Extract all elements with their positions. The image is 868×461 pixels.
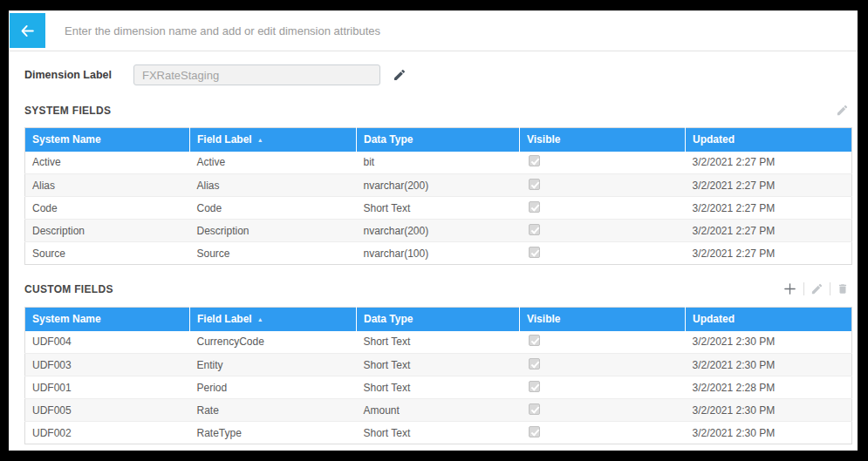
back-button[interactable] — [10, 13, 45, 48]
checked-checkbox-disabled — [529, 358, 540, 369]
column-header-updated[interactable]: Updated — [686, 308, 852, 331]
custom-fields-table: System Name Field Label▲ Data Type Visib… — [24, 307, 852, 444]
checked-checkbox-disabled — [529, 179, 540, 190]
cell-field-label: Description — [190, 220, 357, 242]
cell-system-name: Active — [25, 152, 190, 174]
cell-visible — [520, 354, 686, 376]
column-header-system-name[interactable]: System Name — [25, 128, 190, 152]
plus-icon — [783, 281, 797, 296]
edit-system-field-button[interactable] — [836, 104, 849, 117]
delete-custom-field-button[interactable] — [837, 282, 849, 295]
cell-system-name: UDF005 — [25, 399, 190, 422]
checked-checkbox-disabled — [529, 155, 540, 166]
custom-fields-header: CUSTOM FIELDS — [24, 281, 852, 296]
cell-data-type: nvarchar(100) — [357, 242, 520, 265]
cell-updated: 3/2/2021 2:28 PM — [686, 376, 852, 399]
checked-checkbox-disabled — [529, 381, 540, 392]
edit-dimension-label-button[interactable] — [393, 68, 407, 82]
cell-visible — [520, 422, 686, 444]
sort-ascending-icon: ▲ — [257, 137, 263, 143]
toolbar-divider — [803, 282, 804, 295]
cell-data-type: nvarchar(200) — [357, 220, 520, 242]
cell-field-label: RateType — [190, 422, 357, 444]
add-custom-field-button[interactable] — [783, 281, 797, 296]
cell-updated: 3/2/2021 2:30 PM — [686, 331, 852, 354]
arrow-left-icon — [19, 23, 36, 39]
cell-field-label: Code — [190, 197, 357, 220]
cell-data-type: Short Text — [357, 422, 520, 444]
cell-updated: 3/2/2021 2:30 PM — [686, 422, 852, 444]
cell-updated: 3/2/2021 2:27 PM — [686, 220, 852, 242]
cell-updated: 3/2/2021 2:27 PM — [686, 197, 852, 220]
cell-data-type: Short Text — [357, 197, 520, 220]
table-header-row: System Name Field Label▲ Data Type Visib… — [25, 128, 852, 152]
cell-updated: 3/2/2021 2:27 PM — [686, 242, 852, 265]
checked-checkbox-disabled — [529, 247, 540, 258]
cell-visible — [520, 152, 686, 174]
custom-fields-toolbar — [783, 281, 852, 296]
system-fields-table: System Name Field Label▲ Data Type Visib… — [24, 127, 852, 265]
dimension-label-caption: Dimension Label — [24, 69, 125, 81]
cell-visible — [520, 376, 686, 399]
table-row[interactable]: Alias Alias nvarchar(200) 3/2/2021 2:27 … — [25, 174, 852, 197]
cell-data-type: bit — [357, 152, 520, 174]
cell-data-type: Short Text — [357, 331, 520, 354]
cell-system-name: UDF001 — [25, 376, 190, 399]
cell-system-name: Source — [25, 242, 190, 265]
cell-visible — [520, 331, 686, 354]
cell-system-name: Code — [25, 197, 190, 220]
column-header-field-label[interactable]: Field Label▲ — [190, 128, 357, 152]
cell-field-label: Rate — [190, 399, 357, 422]
checked-checkbox-disabled — [529, 201, 540, 213]
cell-field-label: CurrencyCode — [190, 331, 357, 354]
table-row[interactable]: Active Active bit 3/2/2021 2:27 PM — [25, 152, 852, 174]
column-header-visible[interactable]: Visible — [520, 128, 686, 152]
column-header-data-type[interactable]: Data Type — [357, 308, 520, 331]
toolbar-divider — [830, 282, 830, 295]
cell-field-label: Active — [190, 152, 357, 174]
column-header-field-label[interactable]: Field Label▲ — [190, 308, 357, 331]
pencil-icon — [393, 68, 407, 82]
dimension-label-input[interactable] — [133, 64, 380, 85]
column-header-updated[interactable]: Updated — [686, 128, 852, 152]
cell-field-label: Period — [190, 376, 357, 399]
sort-ascending-icon: ▲ — [257, 316, 263, 322]
table-header-row: System Name Field Label▲ Data Type Visib… — [25, 308, 852, 331]
cell-field-label: Source — [190, 242, 357, 265]
system-fields-toolbar — [836, 104, 852, 117]
table-row[interactable]: Description Description nvarchar(200) 3/… — [25, 220, 852, 242]
system-fields-title: SYSTEM FIELDS — [24, 105, 111, 117]
column-header-data-type[interactable]: Data Type — [357, 128, 520, 152]
cell-system-name: Description — [25, 220, 190, 242]
cell-data-type: nvarchar(200) — [357, 174, 520, 197]
checked-checkbox-disabled — [529, 403, 540, 415]
checked-checkbox-disabled — [529, 224, 540, 235]
cell-visible — [520, 197, 686, 220]
cell-updated: 3/2/2021 2:30 PM — [686, 399, 852, 422]
cell-system-name: UDF002 — [25, 422, 190, 444]
table-row[interactable]: Source Source nvarchar(100) 3/2/2021 2:2… — [25, 242, 852, 265]
system-fields-header: SYSTEM FIELDS — [24, 104, 852, 117]
checked-checkbox-disabled — [529, 335, 540, 346]
dimension-label-row: Dimension Label — [24, 64, 852, 85]
table-row[interactable]: UDF004 CurrencyCode Short Text 3/2/2021 … — [25, 331, 852, 354]
pencil-icon — [836, 104, 849, 117]
checked-checkbox-disabled — [529, 426, 540, 437]
dimension-editor-panel: Enter the dimension name and add or edit… — [9, 10, 858, 451]
table-row[interactable]: UDF005 Rate Amount 3/2/2021 2:30 PM — [25, 399, 852, 422]
cell-updated: 3/2/2021 2:27 PM — [686, 152, 852, 174]
cell-updated: 3/2/2021 2:27 PM — [686, 174, 852, 197]
table-row[interactable]: UDF003 Entity Short Text 3/2/2021 2:30 P… — [25, 354, 852, 376]
table-row[interactable]: UDF002 RateType Short Text 3/2/2021 2:30… — [25, 422, 852, 444]
cell-system-name: UDF004 — [25, 331, 190, 354]
column-header-system-name[interactable]: System Name — [25, 308, 190, 331]
column-header-visible[interactable]: Visible — [520, 308, 686, 331]
page-subtitle: Enter the dimension name and add or edit… — [65, 24, 380, 37]
cell-field-label: Alias — [190, 174, 357, 197]
cell-updated: 3/2/2021 2:30 PM — [686, 354, 852, 376]
table-row[interactable]: Code Code Short Text 3/2/2021 2:27 PM — [25, 197, 852, 220]
table-row[interactable]: UDF001 Period Short Text 3/2/2021 2:28 P… — [25, 376, 852, 399]
cell-data-type: Amount — [357, 399, 520, 422]
cell-data-type: Short Text — [357, 354, 520, 376]
edit-custom-field-button[interactable] — [810, 282, 824, 295]
